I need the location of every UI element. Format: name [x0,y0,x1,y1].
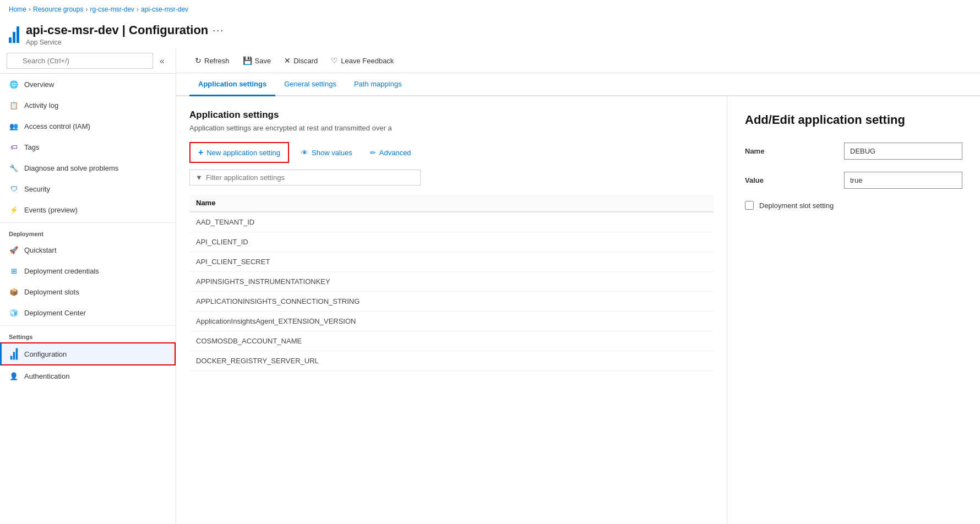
name-input[interactable] [844,143,962,160]
tabs: Application settings General settings Pa… [176,73,980,96]
sidebar-nav: 🌐 Overview 📋 Activity log 👥 Access contr… [0,74,176,524]
filter-input[interactable] [206,173,415,182]
sidebar-label-tags: Tags [24,143,39,151]
new-application-setting-button[interactable]: + New application setting [189,142,289,163]
table-row[interactable]: ApplicationInsightsAgent_EXTENSION_VERSI… [189,312,714,331]
cube-icon: 🧊 [9,308,19,318]
sidebar-label-overview: Overview [24,80,54,89]
tab-path-mappings[interactable]: Path mappings [345,73,411,96]
globe-icon: 🌐 [9,79,19,89]
filter-bar: ▼ [189,170,421,185]
discard-icon: ✕ [284,56,291,65]
breadcrumb-home[interactable]: Home [9,6,26,13]
shield-icon: 🛡 [9,184,19,194]
value-field-row: Value [745,172,962,189]
panel-title: Add/Edit application setting [745,113,962,127]
tab-general-settings[interactable]: General settings [275,73,345,96]
wrench-icon: 🔧 [9,163,19,173]
table-cell-name: API_CLIENT_ID [189,232,714,252]
tab-application-settings[interactable]: Application settings [189,73,275,96]
sidebar-search-input[interactable] [7,53,153,69]
table-row[interactable]: API_CLIENT_ID [189,232,714,252]
table-row[interactable]: APPLICATIONINSIGHTS_CONNECTION_STRING [189,292,714,312]
sidebar-item-security[interactable]: 🛡 Security [0,178,176,199]
table-row[interactable]: AAD_TENANT_ID [189,212,714,232]
pencil-icon: ✏ [370,149,376,157]
table-cell-name: AAD_TENANT_ID [189,212,714,232]
bars-icon [9,349,19,359]
feedback-icon: ♡ [331,56,338,65]
save-icon: 💾 [243,56,252,65]
sidebar-label-diagnose: Diagnose and solve problems [24,164,118,172]
sidebar-item-deployment-credentials[interactable]: ⊞ Deployment credentials [0,260,176,281]
nav-section-settings: Settings [0,325,176,342]
sidebar-item-deployment-center[interactable]: 🧊 Deployment Center [0,302,176,323]
deployment-slot-checkbox[interactable] [745,201,754,210]
main-layout: 🔍 « 🌐 Overview 📋 Activity log 👥 Access c… [0,48,980,524]
sidebar-label-deployment-slots: Deployment slots [24,288,79,296]
sidebar-item-access-control[interactable]: 👥 Access control (IAM) [0,116,176,137]
sidebar-label-activity-log: Activity log [24,101,58,110]
settings-table: Name AAD_TENANT_IDAPI_CLIENT_IDAPI_CLIEN… [189,194,714,371]
sidebar-item-diagnose[interactable]: 🔧 Diagnose and solve problems [0,157,176,178]
page-header: api-cse-msr-dev | Configuration ··· App … [0,19,980,48]
sidebar-item-overview[interactable]: 🌐 Overview [0,74,176,95]
tag-icon: 🏷 [9,142,19,152]
sidebar-item-activity-log[interactable]: 📋 Activity log [0,95,176,116]
app-service-icon [9,26,19,43]
name-field-row: Name [745,143,962,160]
value-input[interactable] [844,172,962,189]
person-icon: 👤 [9,371,19,381]
table-cell-name: COSMOSDB_ACCOUNT_NAME [189,331,714,351]
show-values-button[interactable]: 👁 Show values [296,145,358,160]
save-button[interactable]: 💾 Save [237,53,277,68]
sidebar-item-quickstart[interactable]: 🚀 Quickstart [0,239,176,260]
table-row[interactable]: API_CLIENT_SECRET [189,252,714,272]
sidebar-label-quickstart: Quickstart [24,246,57,254]
resource-type: App Service [26,39,224,46]
right-panel: Add/Edit application setting Name Value … [727,96,980,524]
table-row[interactable]: DOCKER_REGISTRY_SERVER_URL [189,351,714,371]
leave-feedback-button[interactable]: ♡ Leave Feedback [325,53,399,68]
breadcrumb: Home › Resource groups › rg-cse-msr-dev … [0,0,980,19]
plus-icon: + [198,148,203,157]
ellipsis-button[interactable]: ··· [213,25,224,36]
value-label: Value [745,172,833,184]
table-cell-name: APPINSIGHTS_INSTRUMENTATIONKEY [189,272,714,292]
sidebar-item-configuration[interactable]: Configuration [0,342,176,365]
section-desc: Application settings are encrypted at re… [189,124,714,132]
table-row[interactable]: COSMOSDB_ACCOUNT_NAME [189,331,714,351]
sidebar-label-access-control: Access control (IAM) [24,122,90,130]
breadcrumb-rg[interactable]: rg-cse-msr-dev [90,6,134,13]
breadcrumb-resource-groups[interactable]: Resource groups [33,6,83,13]
content-area: ↻ Refresh 💾 Save ✕ Discard ♡ Leave Feedb… [176,48,980,524]
sidebar-item-tags[interactable]: 🏷 Tags [0,137,176,157]
action-bar: + New application setting 👁 Show values … [189,142,714,163]
sidebar-item-events[interactable]: ⚡ Events (preview) [0,199,176,220]
page-title: api-cse-msr-dev | Configuration [26,23,208,37]
nav-section-deployment: Deployment [0,222,176,239]
table-cell-name: API_CLIENT_SECRET [189,252,714,272]
sidebar-label-deployment-center: Deployment Center [24,309,86,317]
filter-icon: ▼ [195,173,203,182]
sidebar-item-authentication[interactable]: 👤 Authentication [0,365,176,386]
deployment-slot-row: Deployment slot setting [745,201,962,210]
table-row[interactable]: APPINSIGHTS_INSTRUMENTATIONKEY [189,272,714,292]
name-column-header: Name [189,194,714,212]
eye-icon: 👁 [301,149,308,157]
name-label: Name [745,143,833,155]
breadcrumb-resource[interactable]: api-cse-msr-dev [141,6,188,13]
sidebar-label-security: Security [24,185,50,193]
deploy-icon: 📦 [9,287,19,297]
sidebar-label-configuration: Configuration [24,350,67,358]
collapse-sidebar-button[interactable]: « [155,54,169,68]
sidebar-label-authentication: Authentication [24,372,69,380]
sidebar-label-events: Events (preview) [24,206,78,214]
discard-button[interactable]: ✕ Discard [279,53,323,68]
grid-icon: ⊞ [9,266,19,276]
advanced-button[interactable]: ✏ Advanced [364,145,417,160]
refresh-icon: ↻ [195,56,202,65]
table-cell-name: APPLICATIONINSIGHTS_CONNECTION_STRING [189,292,714,312]
sidebar-item-deployment-slots[interactable]: 📦 Deployment slots [0,281,176,302]
refresh-button[interactable]: ↻ Refresh [189,53,235,68]
